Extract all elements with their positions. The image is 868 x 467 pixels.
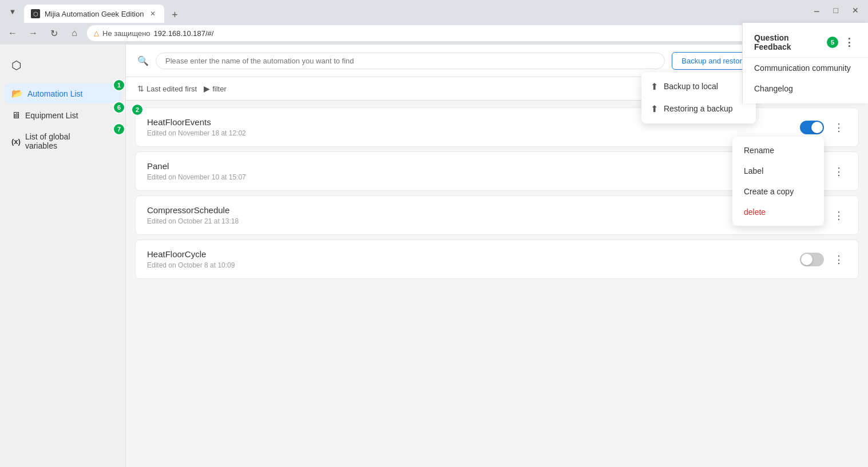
sort-label: Last edited first [146, 85, 197, 93]
changelog-label: Changelog [754, 84, 793, 93]
community-label: Communication community [754, 63, 851, 73]
automation-date-1: Edited on November 18 at 12:02 [147, 129, 246, 137]
right-panel-menu-btn[interactable]: ⋮ [842, 34, 857, 51]
url-text: 192.168.10.187/#/ [154, 29, 214, 38]
address-bar: ← → ↻ ⌂ △ Не защищено 192.168.10.187/#/ … [0, 23, 868, 45]
right-panel-community[interactable]: Communication community [743, 58, 868, 78]
automation-info-3: CompressorSchedule Edited on October 21 … [147, 205, 239, 225]
security-warning: △ [94, 29, 99, 37]
right-panel: Question Feedback 5 ⋮ Communication comm… [742, 23, 868, 103]
automation-list-badge: 1 [113, 79, 125, 91]
automation-info-4: HeatFloorCycle Edited on October 8 at 10… [147, 249, 235, 269]
more-btn-1[interactable]: ⋮ [831, 119, 847, 135]
main-content: 🔍 Backup and restore 4 ⬆ Backup to local… [126, 45, 868, 467]
variable-icon: (x) [11, 137, 21, 146]
backup-dropdown: ⬆ Backup to local ⬆ Restoring a backup [641, 72, 756, 123]
sidebar-item-label-automation: Automation List [27, 89, 83, 98]
variables-badge: 7 [113, 123, 125, 135]
toggle-4[interactable] [800, 253, 824, 266]
tab-favicon: ⬡ [31, 9, 40, 18]
filter-icon: ▶ [204, 84, 210, 93]
backup-to-local-label: Backup to local [664, 82, 718, 91]
app-logo: ⬡ [5, 54, 121, 77]
restoring-backup-label: Restoring a backup [664, 104, 733, 113]
sort-arrows-icon: ⇅ [137, 84, 144, 93]
folder-icon: 📂 [11, 88, 23, 99]
browser-tabs: ⬡ Mijia Automation Geek Edition ✕ + [24, 0, 183, 23]
upload-icon-local: ⬆ [651, 81, 658, 92]
tab-history-btn[interactable]: ▼ [5, 3, 21, 19]
address-bar-input[interactable]: △ Не защищено 192.168.10.187/#/ [87, 25, 788, 41]
right-panel-header: Question Feedback 5 ⋮ [743, 27, 868, 58]
right-panel-title: Question Feedback [754, 33, 827, 51]
window-controls: − □ ✕ [809, 6, 863, 18]
sidebar-item-automation-list[interactable]: 📂 Automation List 1 [5, 83, 121, 103]
ctx-delete[interactable]: delete [732, 202, 824, 222]
item1-badge: 2 [131, 103, 144, 116]
close-btn[interactable]: ✕ [847, 6, 863, 18]
more-btn-3[interactable]: ⋮ [831, 207, 847, 223]
sidebar-item-equipment-list[interactable]: 🖥 Equipment List 6 [5, 106, 121, 125]
tab-title: Mijia Automation Geek Edition [45, 10, 144, 18]
sidebar: ⬡ 📂 Automation List 1 🖥 Equipment List 6… [0, 45, 126, 467]
automation-date-4: Edited on October 8 at 10:09 [147, 261, 235, 269]
automation-right-2: ⋮ [831, 163, 847, 179]
upload-icon-restore: ⬆ [651, 103, 658, 114]
maximize-btn[interactable]: □ [829, 6, 843, 18]
search-icon: 🔍 [137, 55, 149, 66]
monitor-icon: 🖥 [11, 110, 21, 121]
toggle-thumb-1 [811, 122, 823, 133]
automation-name-1: HeatFloorEvents [147, 117, 246, 127]
toggle-thumb-4 [801, 254, 812, 265]
filter-label: filter [212, 85, 227, 93]
active-tab[interactable]: ⬡ Mijia Automation Geek Edition ✕ [24, 5, 164, 23]
automation-item-4[interactable]: HeatFloorCycle Edited on October 8 at 10… [135, 240, 859, 279]
automation-date-3: Edited on October 21 at 13:18 [147, 217, 239, 225]
app-container: ⬡ 📂 Automation List 1 🖥 Equipment List 6… [0, 45, 868, 467]
automations-list: 2 HeatFloorEvents Edited on November 18 … [126, 101, 868, 467]
warning-label: Не защищено [102, 29, 150, 38]
automation-right-1: ⋮ [800, 119, 847, 135]
restoring-backup-item[interactable]: ⬆ Restoring a backup [641, 98, 756, 120]
automation-info-2: Panel Edited on November 10 at 15:07 [147, 161, 246, 181]
filter-btn[interactable]: ▶ filter [204, 84, 227, 93]
sort-btn[interactable]: ⇅ Last edited first [137, 84, 197, 93]
equipment-list-badge: 6 [113, 101, 125, 114]
minimize-btn[interactable]: − [809, 6, 825, 18]
automation-name-2: Panel [147, 161, 246, 171]
backup-btn-label: Backup and restore [681, 57, 746, 65]
toggle-1[interactable] [800, 121, 824, 134]
right-panel-changelog[interactable]: Changelog [743, 78, 868, 99]
home-btn[interactable]: ⌂ [66, 25, 82, 41]
automation-date-2: Edited on November 10 at 15:07 [147, 173, 246, 181]
forward-btn[interactable]: → [25, 25, 41, 41]
backup-to-local-item[interactable]: ⬆ Backup to local [641, 75, 756, 98]
right-panel-header-controls: 5 ⋮ [827, 34, 857, 51]
more-btn-2[interactable]: ⋮ [831, 163, 847, 179]
browser-chrome: ▼ ⬡ Mijia Automation Geek Edition ✕ + − … [0, 0, 868, 23]
sidebar-item-label-variables: List of globalvariables [25, 132, 70, 150]
automation-right-4: ⋮ [800, 252, 847, 268]
item-context-menu: Rename Label Create a copy delete [732, 137, 824, 226]
back-btn[interactable]: ← [5, 25, 21, 41]
right-panel-badge: 5 [827, 37, 838, 48]
refresh-btn[interactable]: ↻ [46, 25, 62, 41]
more-btn-4[interactable]: ⋮ [831, 252, 847, 268]
automation-info-1: HeatFloorEvents Edited on November 18 at… [147, 117, 246, 137]
sidebar-item-global-variables[interactable]: (x) List of globalvariables 7 [5, 127, 121, 155]
ctx-copy[interactable]: Create a copy [732, 181, 824, 202]
tab-close-btn[interactable]: ✕ [148, 9, 157, 18]
ctx-label[interactable]: Label [732, 161, 824, 181]
automation-name-3: CompressorSchedule [147, 205, 239, 215]
new-tab-btn[interactable]: + [167, 7, 183, 23]
search-input[interactable] [156, 53, 665, 69]
ctx-rename[interactable]: Rename [732, 140, 824, 161]
automation-name-4: HeatFloorCycle [147, 249, 235, 259]
sidebar-item-label-equipment: Equipment List [25, 111, 78, 120]
